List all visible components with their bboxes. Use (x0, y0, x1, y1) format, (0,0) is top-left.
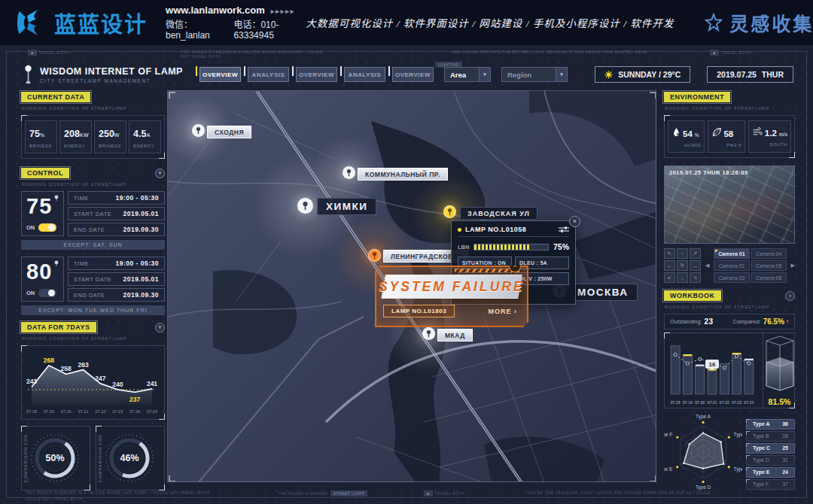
camera-01-button[interactable]: Camera 01 (714, 248, 749, 259)
map-pin-mkad[interactable] (422, 327, 435, 340)
dashboard-header: WISDOM INTERNET OF LAMP CITY STREETLAMP … (23, 63, 793, 86)
humidity-drop-icon (672, 127, 681, 137)
comparison-gauges: COMPARISON FOR 50% COMPARISON FOR 46% (21, 426, 165, 490)
camera-02-button[interactable]: Camera 02 (714, 260, 749, 271)
map-pin-kommunalny[interactable] (343, 166, 355, 179)
type-b-row[interactable]: Type B28 (746, 431, 795, 442)
map-label-kommunalny[interactable]: КОММУНАЛЬНЫЙ ПР. (358, 168, 448, 181)
end-date-row: END DATE2019.09.30 (68, 288, 165, 302)
page-subtitle: CITY STREETLAMP MANAGEMENT (40, 78, 183, 83)
type-analysis-section: Type AType BType CType DType EType F Typ… (664, 414, 795, 494)
type-d-row[interactable]: Type D31 (746, 455, 795, 466)
workbook-chart-area: 16 07.1807.1907.2007.2107.2207.2307.24 8… (664, 332, 795, 408)
type-c-row[interactable]: Type C25 (746, 443, 795, 454)
svg-text:Type C: Type C (734, 466, 742, 472)
camera-feed-image[interactable]: 2019.07.25 THUR 18:26:09 (664, 165, 795, 244)
pm25-leaf-icon (712, 127, 721, 137)
map-label-khimki[interactable]: ХИМКИ (317, 198, 376, 215)
end-date-row: END DATE2019.09.30 (68, 223, 165, 236)
city-map[interactable]: СХОДНЯ КОММУНАЛЬНЫЙ ПР. ХИМКИ ЗАВОДСКАЯ … (167, 90, 656, 482)
deco-text: COULD NOT TRAVEL BOTH (26, 496, 82, 501)
camera-03-button[interactable]: Camera 03 (714, 272, 749, 283)
pan-right-button[interactable]: → (690, 260, 701, 271)
weekday-text: THUR (762, 70, 784, 79)
more-button[interactable]: MORE › (489, 308, 521, 315)
map-label-moskva[interactable]: МОСКВА (568, 284, 638, 301)
view-tabs: OVERVIEW ANALYSIS OVERVIEW ANALYSIS OVER… (199, 67, 434, 82)
add-schedule-button[interactable]: + (155, 169, 165, 178)
gauge-value: 46% (103, 432, 156, 484)
tab-analysis-2[interactable]: ANALYSIS (344, 67, 385, 82)
chevron-down-icon: ▼ (556, 68, 567, 81)
map-pin-leningradskoe[interactable] (368, 249, 381, 262)
svg-text:Type F: Type F (664, 432, 672, 438)
on-label: ON (26, 290, 35, 296)
camera-05-button[interactable]: Camera 05 (751, 260, 787, 271)
type-radar-chart: Type AType BType CType DType EType F (664, 414, 742, 494)
svg-text:268: 268 (44, 357, 54, 364)
type-a-row[interactable]: Type A36 (746, 419, 795, 430)
pan-left-button[interactable]: ← (664, 260, 675, 271)
tab-analysis-1[interactable]: ANALYSIS (248, 67, 289, 82)
schedule-toggle-1[interactable] (38, 223, 56, 232)
weather-box: ☀ SUNNDAY / 29°C (595, 66, 691, 83)
current-data-stats: 75% BRINESS 208KW ENERGY 250W BRINESS 4.… (21, 115, 165, 159)
brand-contact: 微信：ben_lanlan 电话：010-63334945 (166, 17, 295, 41)
week-line-chart: 243268258263247240237241 (25, 349, 161, 408)
deco-text: ■TRAVEL BOTH (26, 50, 69, 56)
camera-06-button[interactable]: Camera 06 (751, 272, 787, 283)
svg-text:243: 243 (26, 378, 37, 385)
camera-panel: 2019.07.25 THUR 18:26:09 ↖ ↑ ↗ ← ↻ → ↙ ↓… (664, 165, 795, 283)
services-list: 大数据可视化设计 / 软件界面设计 / 网站建设 / 手机及小程序设计 / 软件… (306, 15, 674, 30)
pan-down-button[interactable]: ↓ (677, 272, 688, 283)
map-pin-khimki[interactable] (297, 198, 313, 214)
week-chart-x-labels: 07.1807.1907.2007.2107.2207.2307.2407.24 (25, 409, 161, 416)
expand-week-chart-button[interactable]: + (155, 323, 165, 332)
type-f-row[interactable]: Type F37 (746, 479, 795, 490)
workbook-more-button[interactable]: › (785, 291, 795, 301)
pan-down-left-button[interactable]: ↙ (664, 272, 675, 283)
area-select[interactable]: Area▼ (444, 67, 491, 82)
region-select[interactable]: Region▼ (501, 67, 568, 82)
time-row: TIME19:00 - 05:30 (68, 257, 165, 270)
stat-energy-a: 4.5A ENERGY (129, 120, 161, 153)
compared-value: 76.5% (763, 317, 784, 326)
brand-name: 蓝蓝设计 (54, 7, 148, 38)
pan-up-button[interactable]: ↑ (677, 248, 688, 259)
map-label-mkad[interactable]: МКАД (437, 329, 473, 342)
close-icon[interactable]: × (569, 216, 580, 227)
camera-list: Camera 01 Camera 04 Camera 02 Camera 05 … (714, 248, 786, 283)
lanlan-logo-icon (15, 8, 44, 37)
camera-controls: ↖ ↑ ↗ ← ↻ → ↙ ↓ ↘ ◀ Camera 01 Camera 04 … (664, 248, 795, 283)
cube-gauge (763, 333, 796, 396)
failure-title-band: SYSTEM FAILURE (381, 275, 522, 299)
control-group-2: 80 ON TIME19:00 - 05:30 START DATE2019.0… (21, 257, 165, 302)
reset-view-button[interactable]: ↻ (677, 260, 688, 271)
pan-down-right-button[interactable]: ↘ (690, 272, 701, 283)
camera-list-next-icon[interactable]: ▶ (791, 263, 795, 269)
schedule-toggle-2[interactable] (38, 289, 56, 297)
map-pin-skhodnya[interactable] (192, 124, 205, 137)
lamp-id-title: LAMP NO.L01058 (465, 226, 526, 233)
camera-04-button[interactable]: Camera 04 (751, 248, 787, 259)
date-box: 2019.07.25 THUR (707, 66, 793, 83)
stat-briness-w: 250W BRINESS (94, 120, 126, 153)
environment-stats: 54% HUMID 58 PM2.5 (664, 115, 795, 158)
camera-list-prev-icon[interactable]: ◀ (705, 263, 709, 269)
type-e-row[interactable]: Type E24 (746, 467, 795, 478)
type-table: Type A36 Type B28 Type C25 Type D31 Type… (746, 419, 795, 490)
map-label-zavodskaya[interactable]: ЗАВОДСКАЯ УЛ (460, 207, 537, 220)
sliders-icon[interactable] (559, 226, 569, 233)
pan-up-left-button[interactable]: ↖ (664, 248, 675, 259)
inspiration-collect[interactable]: 灵感收集 (704, 9, 813, 36)
map-label-skhodnya[interactable]: СХОДНЯ (207, 126, 251, 138)
tab-overview-1[interactable]: OVERVIEW (199, 67, 241, 82)
control-panel: CONTROL + RUNNING CONDITION OF STREETLAM… (21, 168, 165, 315)
pan-up-right-button[interactable]: ↗ (690, 248, 701, 259)
trend-up-icon: ↑ (786, 318, 789, 325)
brand-website[interactable]: www.lanlanwork.com▸▸▸▸▸ (166, 5, 295, 16)
tab-overview-3[interactable]: OVERVIEW (392, 67, 434, 82)
tab-overview-2[interactable]: OVERVIEW (296, 67, 337, 82)
map-pin-zavodskaya[interactable] (443, 205, 456, 218)
stat-energy-kw: 208KW ENERGY (59, 120, 92, 153)
